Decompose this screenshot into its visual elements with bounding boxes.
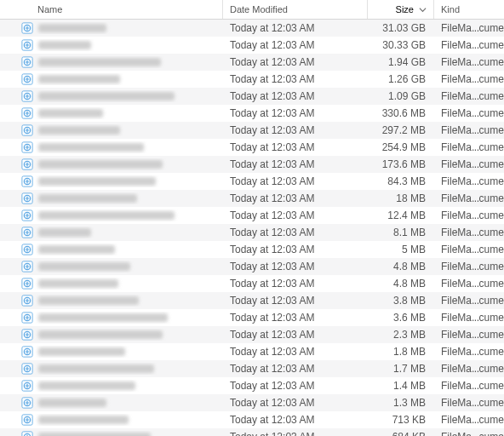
table-row[interactable]: Today at 12:03 AM31.03 GBFileMa...cument	[0, 20, 504, 37]
filename-redacted	[38, 245, 115, 254]
table-row[interactable]: Today at 12:03 AM1.7 MBFileMa...cument	[0, 360, 504, 377]
cell-kind: FileMa...cument	[434, 380, 504, 392]
cell-name	[0, 261, 223, 272]
cell-date-modified: Today at 12:03 AM	[223, 39, 368, 51]
filename-redacted	[38, 399, 106, 407]
table-row[interactable]: Today at 12:03 AM18 MBFileMa...cument	[0, 190, 504, 207]
table-row[interactable]: Today at 12:03 AM1.26 GBFileMa...cument	[0, 71, 504, 88]
table-row[interactable]: Today at 12:03 AM4.8 MBFileMa...cument	[0, 258, 504, 275]
cell-date-modified: Today at 12:03 AM	[223, 278, 368, 290]
table-row[interactable]: Today at 12:03 AM1.3 MBFileMa...cument	[0, 394, 504, 411]
cell-date-modified: Today at 12:03 AM	[223, 295, 368, 307]
file-type-icon	[21, 107, 33, 119]
table-row[interactable]: Today at 12:03 AM1.4 MBFileMa...cument	[0, 377, 504, 394]
cell-kind: FileMa...cument	[434, 90, 504, 102]
table-row[interactable]: Today at 12:03 AM5 MBFileMa...cument	[0, 241, 504, 258]
table-row[interactable]: Today at 12:03 AM30.33 GBFileMa...cument	[0, 37, 504, 54]
file-type-icon	[21, 192, 33, 204]
column-header-size[interactable]: Size	[368, 0, 434, 19]
column-header-kind[interactable]: Kind	[434, 0, 504, 19]
table-row[interactable]: Today at 12:03 AM12.4 MBFileMa...cument	[0, 207, 504, 224]
svg-rect-31	[25, 146, 29, 147]
table-row[interactable]: Today at 12:03 AM1.09 GBFileMa...cument	[0, 88, 504, 105]
table-row[interactable]: Today at 12:03 AM684 KBFileMa...cument	[0, 428, 504, 436]
cell-size: 713 KB	[368, 414, 434, 426]
file-type-icon	[21, 329, 33, 341]
cell-date-modified: Today at 12:03 AM	[223, 124, 368, 136]
cell-size: 1.09 GB	[368, 90, 434, 102]
cell-kind: FileMa...cument	[434, 158, 504, 170]
cell-size: 12.4 MB	[368, 209, 434, 221]
table-row[interactable]: Today at 12:03 AM254.9 MBFileMa...cument	[0, 139, 504, 156]
cell-date-modified: Today at 12:03 AM	[223, 22, 368, 34]
table-row[interactable]: Today at 12:03 AM3.8 MBFileMa...cument	[0, 292, 504, 309]
svg-rect-47	[25, 215, 29, 215]
cell-kind: FileMa...cument	[434, 431, 504, 436]
table-row[interactable]: Today at 12:03 AM2.3 MBFileMa...cument	[0, 326, 504, 343]
cell-date-modified: Today at 12:03 AM	[223, 312, 368, 324]
cell-name	[0, 124, 223, 136]
cell-date-modified: Today at 12:03 AM	[223, 141, 368, 153]
filename-redacted	[38, 433, 151, 436]
file-type-icon	[21, 278, 33, 290]
table-row[interactable]: Today at 12:03 AM173.6 MBFileMa...cument	[0, 156, 504, 173]
cell-name	[0, 141, 223, 153]
cell-kind: FileMa...cument	[434, 175, 504, 187]
cell-size: 1.94 GB	[368, 56, 434, 68]
svg-rect-3	[25, 27, 29, 28]
cell-kind: FileMa...cument	[434, 363, 504, 375]
cell-size: 1.3 MB	[368, 397, 434, 409]
column-header-name[interactable]: Name	[0, 0, 223, 19]
cell-name	[0, 227, 223, 238]
cell-size: 330.6 MB	[368, 107, 434, 119]
cell-date-modified: Today at 12:03 AM	[223, 209, 368, 221]
table-row[interactable]: Today at 12:03 AM330.6 MBFileMa...cument	[0, 105, 504, 122]
cell-name	[0, 73, 223, 85]
file-type-icon	[21, 158, 33, 170]
cell-name	[0, 244, 223, 255]
svg-rect-19	[25, 95, 29, 96]
cell-kind: FileMa...cument	[434, 227, 504, 238]
file-type-icon	[21, 397, 33, 409]
chevron-down-icon	[419, 6, 427, 14]
table-row[interactable]: Today at 12:03 AM1.94 GBFileMa...cument	[0, 54, 504, 71]
cell-date-modified: Today at 12:03 AM	[223, 329, 368, 341]
table-row[interactable]: Today at 12:03 AM4.8 MBFileMa...cument	[0, 275, 504, 292]
svg-rect-7	[25, 44, 29, 45]
cell-size: 31.03 GB	[368, 22, 434, 34]
svg-rect-95	[25, 419, 29, 420]
file-type-icon	[21, 73, 33, 85]
cell-size: 297.2 MB	[368, 124, 434, 136]
file-type-icon	[21, 175, 33, 187]
cell-kind: FileMa...cument	[434, 39, 504, 51]
cell-size: 1.26 GB	[368, 73, 434, 85]
filename-redacted	[38, 24, 106, 32]
cell-name	[0, 329, 223, 341]
svg-rect-79	[25, 351, 29, 352]
svg-rect-75	[25, 334, 29, 335]
cell-name	[0, 22, 223, 34]
filename-redacted	[38, 364, 154, 373]
cell-kind: FileMa...cument	[434, 346, 504, 358]
table-row[interactable]: Today at 12:03 AM713 KBFileMa...cument	[0, 411, 504, 428]
filename-redacted	[38, 262, 130, 271]
table-row[interactable]: Today at 12:03 AM3.6 MBFileMa...cument	[0, 309, 504, 326]
file-type-icon	[21, 295, 33, 307]
cell-date-modified: Today at 12:03 AM	[223, 244, 368, 255]
file-type-icon	[21, 209, 33, 221]
cell-name	[0, 295, 223, 307]
filename-redacted	[38, 109, 103, 118]
svg-rect-23	[25, 112, 29, 113]
table-row[interactable]: Today at 12:03 AM8.1 MBFileMa...cument	[0, 224, 504, 241]
cell-date-modified: Today at 12:03 AM	[223, 431, 368, 436]
table-row[interactable]: Today at 12:03 AM1.8 MBFileMa...cument	[0, 343, 504, 360]
cell-name	[0, 414, 223, 426]
filename-redacted	[38, 143, 144, 152]
column-header-size-label: Size	[396, 4, 414, 14]
filename-redacted	[38, 347, 125, 356]
table-row[interactable]: Today at 12:03 AM297.2 MBFileMa...cument	[0, 122, 504, 139]
filename-redacted	[38, 382, 135, 390]
svg-rect-59	[25, 266, 29, 267]
table-row[interactable]: Today at 12:03 AM84.3 MBFileMa...cument	[0, 173, 504, 190]
column-header-date[interactable]: Date Modified	[223, 0, 368, 19]
